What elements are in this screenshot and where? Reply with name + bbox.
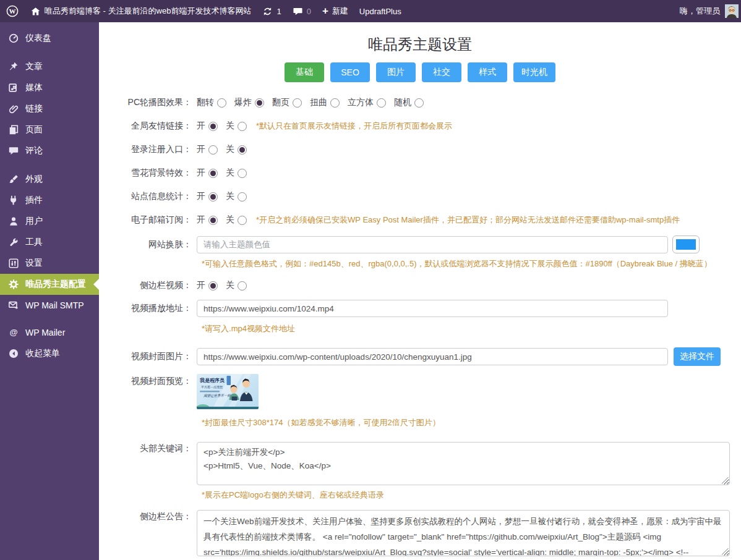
greeting: 嗨，管理员 (680, 6, 720, 17)
wp-logo[interactable]: W (0, 0, 25, 22)
radio-pageturn[interactable] (293, 98, 302, 108)
updraftplus-menu[interactable]: UpdraftPlus (354, 0, 407, 22)
radio-distort[interactable] (330, 98, 340, 108)
sidebar-item-pages[interactable]: 页面 (0, 119, 99, 140)
theme-color-input[interactable] (197, 236, 668, 253)
plus-icon: + (322, 6, 328, 16)
sidebar-item-appearance[interactable]: 外观 (0, 169, 99, 190)
radio-explode[interactable] (255, 98, 264, 108)
svg-text:@: @ (9, 328, 17, 337)
comments-indicator[interactable]: 0 (287, 0, 317, 22)
video-url-input[interactable] (197, 300, 668, 317)
svg-text:W: W (9, 7, 16, 15)
sidebar-item-wp-mail-smtp[interactable]: WP Mail SMTP (0, 295, 99, 316)
tab-social[interactable]: 社交 (422, 62, 461, 82)
row-header-keywords: 头部关键词： <p>关注前端开发</p> <p>Html5、Vue、Node、K… (99, 442, 741, 485)
tab-timemachine[interactable]: 时光机 (513, 62, 555, 82)
friend-links-hint: *默认只在首页展示友情链接，开启后所有页面都会展示 (256, 121, 452, 132)
link-icon (8, 103, 19, 114)
mail-icon (8, 300, 19, 311)
new-button[interactable]: + 新建 (317, 0, 354, 22)
updates-icon (262, 6, 273, 17)
account-menu[interactable]: 嗨，管理员 (680, 4, 741, 18)
tab-seo[interactable]: SEO (330, 62, 370, 82)
collapse-menu[interactable]: 收起菜单 (0, 343, 99, 364)
avatar (725, 4, 739, 18)
radio-stats-on[interactable] (208, 192, 218, 202)
email-subscribe-hint: *开启之前必须确保已安装WP Easy Post Mailer插件，并已配置好；… (256, 214, 680, 226)
sidebar-item-dashboard[interactable]: 仪表盘 (0, 28, 99, 49)
gear-icon (8, 279, 19, 290)
theme-color-hint: *可输入任意颜色格式，例如：#ed145b、red、rgba(0,0,0,.5)… (202, 259, 741, 268)
radio-cube[interactable] (377, 98, 386, 108)
row-sidebar-notice: 侧边栏公告： 一个关注Web前端开发技术、关注用户体验、坚持更多原创实战教程的个… (99, 510, 741, 556)
at-icon: @ (8, 327, 19, 338)
sidebar-item-posts[interactable]: 文章 (0, 56, 99, 77)
row-login-entry: 登录注册入口： 开 关 (99, 145, 741, 155)
radio-snow-on[interactable] (208, 169, 218, 178)
radio-friendlinks-off[interactable] (238, 122, 247, 131)
sidebar-item-settings[interactable]: 设置 (0, 253, 99, 274)
radio-video-off[interactable] (238, 281, 247, 291)
color-swatch (676, 239, 696, 250)
row-theme-color: 网站换肤： (99, 235, 741, 253)
row-snow-effect: 雪花背景特效： 开 关 (99, 168, 741, 178)
sidebar-item-theme-config[interactable]: 唯品秀主题配置 (0, 274, 99, 295)
video-preview-hint: *封面最佳尺寸308*174（如若感觉不够清晰，可使用2倍尺寸图片） (202, 418, 741, 427)
sidebar-item-users[interactable]: 用户 (0, 211, 99, 232)
radio-friendlinks-on[interactable] (208, 122, 218, 131)
radio-email-off[interactable] (238, 216, 247, 225)
site-title: 唯品秀前端博客 - 关注最前沿的web前端开发技术博客网站 (45, 6, 251, 17)
video-cover-input[interactable] (197, 348, 668, 365)
dashboard-icon (8, 33, 19, 44)
pin-icon (8, 61, 19, 72)
user-icon (8, 216, 19, 227)
sidebar-item-wp-mailer[interactable]: @ WP Mailer (0, 322, 99, 343)
svg-text:平凡有一点理想: 平凡有一点理想 (201, 385, 223, 389)
home-icon (30, 6, 41, 17)
update-count: 1 (276, 7, 281, 16)
sidebar-notice-textarea[interactable]: 一个关注Web前端开发技术、关注用户体验、坚持更多原创实战教程的个人网站，梦想一… (197, 510, 730, 556)
video-cover-preview: 我是程序员 平凡有一点理想 渴望让世界不一样 (197, 374, 259, 409)
radio-flip[interactable] (217, 98, 226, 108)
radio-stats-off[interactable] (238, 192, 247, 202)
svg-text:我是程序员: 我是程序员 (199, 377, 225, 383)
tab-images[interactable]: 图片 (376, 62, 416, 82)
main-content: 唯品秀主题设置 基础 SEO 图片 社交 样式 时光机 PC轮播图效果： 翻转 … (99, 0, 741, 556)
svg-text:渴望让世界不一样: 渴望让世界不一样 (203, 394, 231, 397)
comment-count: 0 (307, 7, 311, 16)
comments-icon (8, 145, 19, 156)
color-picker-button[interactable] (672, 235, 700, 253)
row-video-cover: 视频封面图片： 选择文件 (99, 347, 741, 366)
sidebar-item-comments[interactable]: 评论 (0, 140, 99, 161)
page-title: 唯品秀主题设置 (99, 22, 741, 53)
sidebar-item-plugins[interactable]: 插件 (0, 190, 99, 211)
wordpress-icon: W (6, 4, 19, 18)
sidebar-item-links[interactable]: 链接 (0, 98, 99, 119)
new-label: 新建 (332, 6, 348, 17)
row-video-preview: 视频封面预览： 我是程序员 平凡有一点理想 (99, 374, 741, 409)
radio-random[interactable] (414, 98, 424, 108)
radio-email-on[interactable] (208, 216, 218, 225)
radio-login-off[interactable] (238, 145, 247, 155)
choose-file-button[interactable]: 选择文件 (674, 347, 721, 366)
sliders-icon (8, 258, 19, 269)
sidebar-item-media[interactable]: 媒体 (0, 77, 99, 98)
header-keywords-textarea[interactable]: <p>关注前端开发</p> <p>Html5、Vue、Node、Koa</p> (197, 442, 730, 485)
plugin-icon (8, 195, 19, 206)
radio-snow-off[interactable] (238, 169, 247, 178)
sidebar-item-tools[interactable]: 工具 (0, 232, 99, 253)
tab-style[interactable]: 样式 (468, 62, 507, 82)
tab-basic[interactable]: 基础 (285, 62, 324, 82)
updates-indicator[interactable]: 1 (257, 0, 286, 22)
admin-bar: W 唯品秀前端博客 - 关注最前沿的web前端开发技术博客网站 1 0 + 新建… (0, 0, 741, 22)
row-friend-links: 全局友情链接： 开 关 *默认只在首页展示友情链接，开启后所有页面都会展示 (99, 121, 741, 131)
site-link[interactable]: 唯品秀前端博客 - 关注最前沿的web前端开发技术博客网站 (25, 0, 257, 22)
video-url-hint: *请写入.mp4视频文件地址 (202, 324, 741, 333)
row-sidebar-video: 侧边栏视频： 开 关 (99, 281, 741, 291)
tabs: 基础 SEO 图片 社交 样式 时光机 (99, 62, 741, 82)
comment-icon (293, 6, 303, 17)
radio-video-on[interactable] (208, 281, 218, 291)
radio-login-on[interactable] (208, 145, 218, 155)
row-site-stats: 站点信息统计： 开 关 (99, 192, 741, 202)
